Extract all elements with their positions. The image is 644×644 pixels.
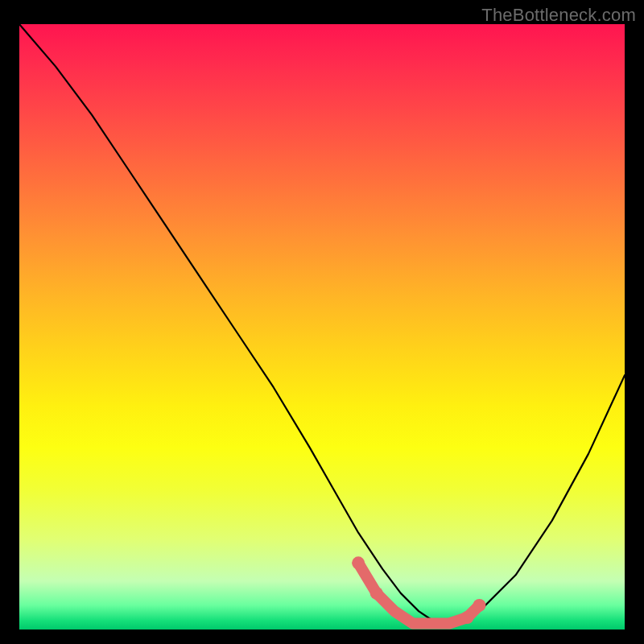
bottleneck-curve — [19, 24, 625, 624]
curve-layer — [19, 24, 625, 630]
highlight-dot — [352, 556, 365, 569]
highlight-dot — [461, 611, 474, 624]
watermark-text: TheBottleneck.com — [481, 5, 636, 26]
highlight-dot — [473, 599, 486, 612]
plot-area — [19, 24, 625, 630]
chart-frame: TheBottleneck.com — [0, 0, 644, 644]
highlight-dot — [370, 587, 383, 600]
optimal-zone-dots — [352, 556, 485, 624]
